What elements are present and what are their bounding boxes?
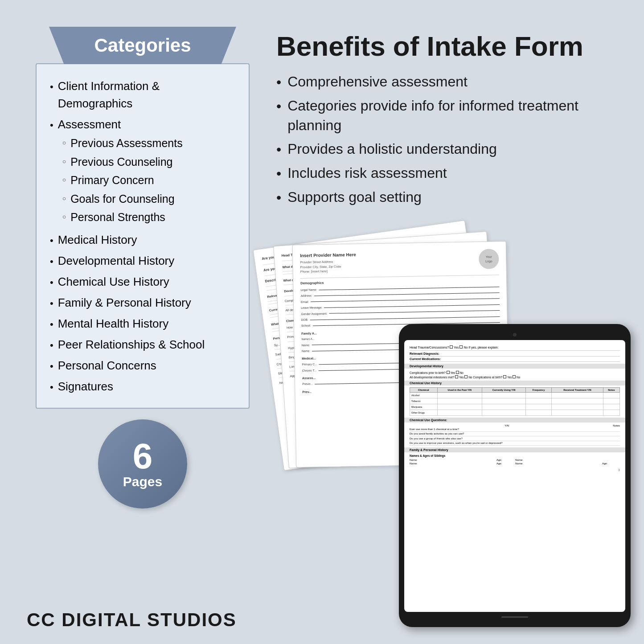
- list-item: • Developmental History: [50, 252, 235, 270]
- head-trauma-label: Head Trauma/Concussions? Yes No If yes, …: [410, 345, 620, 349]
- pages-badge: 6 Pages: [98, 419, 187, 509]
- category-label: Peer Relationships & School: [58, 336, 205, 353]
- table-row: Alcohol: [410, 392, 620, 398]
- chem-treatment: [552, 392, 603, 398]
- circle-bullet: ○: [62, 212, 66, 222]
- bullet: •: [50, 118, 53, 132]
- benefits-list: Comprehensive assessment Categories prov…: [276, 72, 617, 212]
- list-item: • Assessment ○ Previous Assessments ○ Pr…: [50, 116, 235, 228]
- circle-bullet: ○: [62, 175, 66, 185]
- main-container: Categories • Client Information & Demogr…: [0, 0, 644, 600]
- sub-list-item: ○ Previous Assessments: [62, 135, 183, 152]
- sub-list-item: ○ Previous Counseling: [62, 154, 183, 171]
- category-label: Medical History: [58, 231, 137, 249]
- categories-header: Categories: [49, 27, 236, 64]
- tablet-home-bar: [501, 616, 528, 618]
- chem-q1: Ever use more than 1 chemical at a time?: [410, 428, 620, 431]
- chem-other: Other Drugs: [410, 410, 438, 415]
- bullet: •: [50, 338, 53, 353]
- pages-number: 6: [133, 439, 153, 474]
- bullet: •: [50, 79, 53, 94]
- tablet-top-bar: [404, 331, 625, 338]
- cb4: [464, 375, 468, 378]
- tablet-bottom-bar: [404, 614, 625, 620]
- sibling-name-label2: Name:: [515, 459, 601, 461]
- chem-tobacco: Tobacco: [410, 398, 438, 404]
- provider-address-paper: Provider Street Address Provider City, S…: [300, 259, 356, 275]
- logo-placeholder-paper: YourLogo: [479, 249, 499, 269]
- page-number: 3: [410, 468, 620, 472]
- tablet: Head Trauma/Concussions? Yes No If yes, …: [399, 324, 631, 627]
- sub-label: Previous Counseling: [70, 154, 172, 171]
- sibling-age-label2: [602, 459, 620, 461]
- benefit-text: Supports goal setting: [287, 188, 422, 207]
- tablet-outer: Head Trauma/Concussions? Yes No If yes, …: [399, 324, 631, 627]
- table-row: Marijuana: [410, 404, 620, 410]
- list-item: • Personal Concerns: [50, 357, 235, 374]
- bullet: •: [50, 254, 53, 269]
- list-item: • Signatures: [50, 378, 235, 395]
- chem-notes: [603, 392, 619, 398]
- chem-q2: Do you avoid family activities as you ca…: [410, 432, 620, 435]
- doc-stack-area: Are you... Are you... Describe... Releva…: [276, 225, 617, 600]
- sub-label: Previous Assessments: [70, 135, 183, 152]
- sub-list: ○ Previous Assessments ○ Previous Counse…: [62, 135, 183, 226]
- benefit-item: Categories provide info for informed tre…: [276, 96, 617, 135]
- cb2: [456, 371, 459, 374]
- pages-label: Pages: [123, 474, 162, 489]
- tablet-camera: [513, 333, 517, 336]
- col-treatment: Received Treatment Y/N: [552, 387, 603, 392]
- benefit-item: Provides a holistic understanding: [276, 139, 617, 159]
- table-row: Tobacco: [410, 398, 620, 404]
- sub-list-item: ○ Primary Concern: [62, 172, 183, 189]
- chem-freq: [526, 392, 552, 398]
- tablet-document: Head Trauma/Concussions? Yes No If yes, …: [404, 340, 625, 612]
- yes-checkbox: [450, 345, 453, 349]
- category-with-sub: Assessment ○ Previous Assessments ○ Prev…: [58, 116, 183, 228]
- categories-box: • Client Information & Demographics • As…: [36, 63, 250, 409]
- tablet-screen: Head Trauma/Concussions? Yes No If yes, …: [404, 340, 625, 612]
- category-label: Chemical Use History: [58, 273, 169, 291]
- bullet: •: [50, 380, 53, 394]
- bullet: •: [50, 296, 53, 311]
- dev-history-section: Developmental History: [404, 364, 625, 369]
- col-used-past: Used in the Past Y/N: [437, 387, 482, 392]
- sub-list-item: ○ Personal Strengths: [62, 209, 183, 226]
- chem-questions-section: Chemical Use Questions:: [404, 418, 625, 422]
- dev-complications: Complications prior to birth? Yes No: [410, 371, 620, 374]
- circle-bullet: ○: [62, 138, 66, 148]
- bullet: •: [50, 275, 53, 290]
- list-item: • Chemical Use History: [50, 273, 235, 291]
- category-label: Assessment: [58, 118, 121, 131]
- benefit-text: Categories provide info for informed tre…: [287, 96, 617, 135]
- dev-milestones: All developmental milestones met? Yes No…: [410, 375, 620, 379]
- current-meds-label: Current Medications:: [410, 357, 620, 361]
- bullet: •: [50, 317, 53, 332]
- cb3: [455, 375, 458, 378]
- category-label: Family & Personal History: [58, 294, 191, 312]
- chem-used-past: [437, 392, 482, 398]
- col-notes: Notes: [603, 387, 619, 392]
- cb5: [503, 375, 506, 378]
- family-history-section: Family & Personal History: [404, 447, 625, 452]
- sub-label: Goals for Counseling: [70, 191, 174, 208]
- col-frequency: Frequency: [526, 387, 552, 392]
- benefit-item: Comprehensive assessment: [276, 72, 617, 92]
- siblings-label: Names & Ages of Siblings: [410, 454, 620, 457]
- sibling-age-label: Age:: [496, 459, 514, 461]
- category-label: Mental Health History: [58, 315, 169, 332]
- category-label: Client Information & Demographics: [58, 78, 235, 112]
- bullet: •: [50, 233, 53, 248]
- chem-marijuana: Marijuana: [410, 404, 438, 410]
- table-row: Other Drugs: [410, 410, 620, 415]
- cb6: [513, 375, 516, 378]
- list-item: • Mental Health History: [50, 315, 235, 332]
- no-checkbox: [459, 345, 463, 349]
- chem-history-section: Chemical Use History: [404, 381, 625, 386]
- bullet: •: [50, 359, 53, 373]
- sibling-name-label: Name:: [410, 459, 496, 461]
- benefit-item: Includes risk assessment: [276, 164, 617, 183]
- benefit-text: Provides a holistic understanding: [287, 139, 497, 159]
- sub-label: Personal Strengths: [70, 209, 165, 226]
- list-item: • Peer Relationships & School: [50, 336, 235, 353]
